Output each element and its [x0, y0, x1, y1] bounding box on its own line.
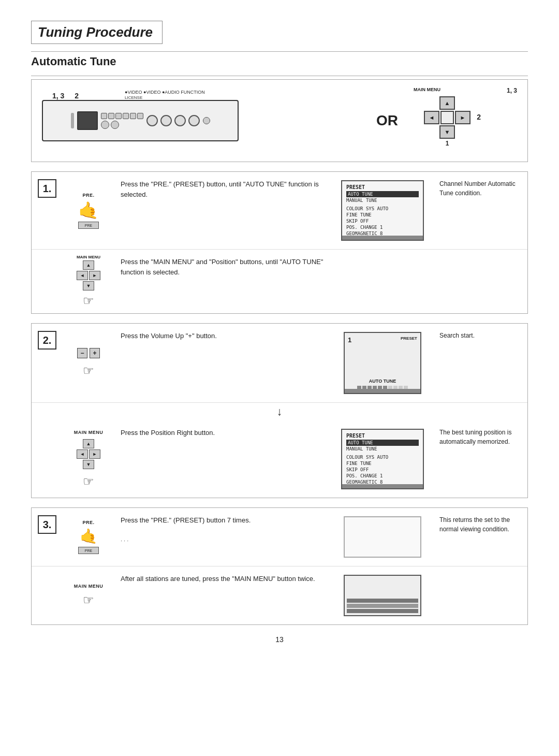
volume-remote: − +: [77, 348, 100, 358]
step-1a-text: Press the "PRE." (PRESET) button, until …: [114, 177, 331, 244]
step-1b-text: Press the "MAIN MENU" and "Position" but…: [114, 255, 331, 308]
arrow-down: ▼: [439, 125, 455, 139]
mm-left: ◄: [77, 271, 88, 280]
diagram-area: ●VIDEO ●VIDEO ●AUDIO FUNCTION LICENSE: [31, 79, 528, 162]
tv-diagram: ●VIDEO ●VIDEO ●AUDIO FUNCTION LICENSE: [42, 90, 259, 152]
hand-icon-1b: ☞: [83, 294, 94, 308]
auto-tune-screen: 1 PRESET AUTO TUNE: [344, 332, 421, 394]
step-2-number: 2.: [38, 331, 56, 350]
step-2a-text: Press the Volume Up "+" button.: [114, 329, 331, 397]
mm-mid-row-2b: ◄ ►: [77, 449, 100, 459]
main-menu-label-3b: MAIN MENU: [74, 584, 104, 589]
step-1b-screen: [331, 255, 434, 308]
step-2b-icon-col: MAIN MENU ▲ ◄ ► ▼ ☞: [63, 426, 114, 492]
title-divider: [31, 51, 528, 52]
step-3a-row: 3. PRE. 🤙 PRE Press the "PRE." (PRESET) …: [32, 508, 527, 566]
bar-3b-1: [347, 599, 418, 603]
arrow-center: [440, 111, 454, 124]
pre-label: PRE.: [82, 193, 94, 198]
remote-diagram: MAIN MENU 1, 3 ▲ ◄ ►: [414, 87, 517, 154]
preset-label: PRESET: [401, 336, 417, 341]
arrow-right: ► 2: [455, 111, 470, 124]
mm-arrows-2b: ▲ ◄ ► ▼: [77, 439, 100, 469]
step-label-2: 2: [75, 92, 79, 100]
or-text: OR: [376, 112, 398, 129]
step-3a-result: This returns the set to the normal viewi…: [434, 513, 527, 561]
pre-button-3: PRE: [78, 547, 99, 554]
tv-function-label: ●VIDEO ●VIDEO ●AUDIO FUNCTION LICENSE: [125, 90, 205, 100]
remote-13-label: 1, 3: [507, 87, 517, 94]
step-2b-result: The best tuning position is automaticall…: [434, 426, 527, 492]
step-3b-icon-col: MAIN MENU ☞: [63, 572, 114, 619]
hand-icon-3b: ☞: [83, 593, 94, 607]
step-2b-row: MAIN MENU ▲ ◄ ► ▼ ☞ Press the Position R…: [32, 420, 527, 498]
mm-up-2b: ▲: [83, 439, 94, 448]
step-3a-screen: [331, 513, 434, 561]
step-3b-row: MAIN MENU ☞ After all stations are tuned…: [32, 566, 527, 624]
channel-number: 1: [348, 336, 351, 344]
step-3a-text: Press the "PRE." (PRESET) button 7 times…: [114, 513, 331, 561]
main-menu-remote: MAIN MENU ▲ ◄ ► ▼: [77, 255, 100, 290]
tv-button-group: [101, 113, 143, 129]
tv-speaker: [71, 113, 74, 128]
step-3b-screen: [331, 572, 434, 619]
step-1-section: 1. PRE. 🤙 PRE Press the "PRE." (PRESET) …: [31, 171, 528, 314]
step-3b-result: [434, 572, 527, 619]
screen-3b: [344, 575, 421, 616]
step-3-number: 3.: [38, 515, 56, 534]
empty-screen-3a: [344, 516, 421, 558]
step-1a-result: Channel Number Automatic Tune condition.: [434, 177, 527, 244]
down-arrow-2: ↓: [32, 405, 527, 418]
step-1a-row: 1. PRE. 🤙 PRE Press the "PRE." (PRESET) …: [32, 172, 527, 250]
step-3a-dots: · · ·: [121, 537, 128, 544]
step-2-num-col: 2.: [32, 329, 63, 397]
step-3-num-col: 3.: [32, 513, 63, 561]
mm-arrows: ▲ ◄ ► ▼: [77, 260, 100, 290]
step-2-section: 2. − + ☞ Press the Volume Up "+" button.…: [31, 323, 528, 498]
arrow-up: ▲: [439, 96, 455, 110]
vol-buttons: − +: [77, 348, 100, 358]
vol-minus: −: [77, 348, 87, 358]
mm-down-2b: ▼: [83, 460, 94, 469]
hand-icon-2a: ☞: [83, 364, 94, 378]
step-3b-num-col: [32, 572, 63, 619]
step-2b-num-col: [32, 426, 63, 492]
main-menu-remote-2b: ▲ ◄ ► ▼: [77, 439, 100, 469]
preset-screen-1: PRESET AUTO TUNE MANUAL TUNE COLOUR SYS …: [341, 180, 424, 241]
subtitle: Automatic Tune: [31, 55, 528, 68]
hand-icon-2b: ☞: [83, 474, 94, 489]
pre-button: PRE: [78, 222, 99, 229]
mm-down: ▼: [83, 281, 94, 290]
auto-tune-item-2b: AUTO TUNE: [346, 440, 419, 446]
step-3-section: 3. PRE. 🤙 PRE Press the "PRE." (PRESET) …: [31, 507, 528, 625]
tv-round-buttons: [146, 115, 200, 126]
subtitle-divider: [31, 76, 528, 76]
pre-label-3: PRE.: [82, 520, 94, 525]
page-number: 13: [31, 635, 528, 644]
main-menu-label-2b: MAIN MENU: [74, 430, 104, 435]
hand-press-icon: 🤙: [78, 202, 99, 219]
step-1b-row: MAIN MENU ▲ ◄ ► ▼ ☞ Press the "MAIN MENU…: [32, 250, 527, 313]
title-box: Tuning Procedure: [31, 21, 163, 44]
screen-bar-2a: [345, 389, 420, 393]
step-3a-icon-col: PRE. 🤙 PRE: [63, 513, 114, 561]
mm-right: ►: [89, 271, 100, 280]
bar-3b-2: [347, 604, 418, 608]
vol-plus: +: [90, 348, 100, 358]
step-1-number: 1.: [38, 179, 56, 198]
mm-left-2b: ◄: [77, 449, 88, 459]
step-1b-icon-col: MAIN MENU ▲ ◄ ► ▼ ☞: [63, 255, 114, 308]
step-2b-text: Press the Position Right button.: [114, 426, 331, 492]
page-title: Tuning Procedure: [38, 24, 153, 40]
manual-tune-item: MANUAL TUNE: [346, 197, 419, 203]
step-1b-result: [434, 255, 527, 308]
step-2b-screen: PRESET AUTO TUNE MANUAL TUNE COLOUR SYS …: [331, 426, 434, 492]
main-menu-label: MAIN MENU: [414, 87, 440, 92]
hand-pre-3a: 🤙: [80, 529, 98, 544]
preset-screen-2b: PRESET AUTO TUNE MANUAL TUNE COLOUR SYS …: [341, 429, 424, 489]
mm-right-2b: ►: [89, 449, 100, 459]
step-1-label: 1: [424, 140, 470, 147]
step-label-13: 1, 3: [52, 92, 64, 100]
step-3b-text: After all stations are tuned, press the …: [114, 572, 331, 619]
tv-knob: [203, 117, 210, 124]
